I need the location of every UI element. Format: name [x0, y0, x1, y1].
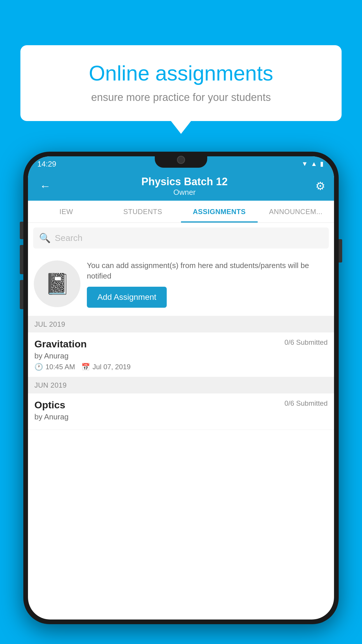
assignment-author-optics: by Anurag [34, 412, 328, 421]
status-icons: ▼ ▲ ▮ [301, 160, 324, 168]
assignment-date-gravitation: 📅 Jul 07, 2019 [81, 363, 131, 371]
volume-up-button [20, 245, 23, 274]
phone-screen: 14:29 ▼ ▲ ▮ ← Physics Batch 12 Owner ⚙ [28, 156, 334, 620]
top-bar-center: Physics Batch 12 Owner [141, 176, 228, 197]
tab-students[interactable]: STUDENTS [105, 201, 181, 223]
assignment-title-gravitation: Gravitation [34, 338, 87, 350]
speech-bubble-container: Online assignments ensure more practice … [20, 45, 342, 121]
power-button [339, 239, 342, 262]
assignment-title-optics: Optics [34, 399, 65, 411]
add-assignment-panel: 📓 You can add assignment(s) from here an… [28, 253, 334, 316]
tab-iew[interactable]: IEW [28, 201, 105, 223]
add-assignment-content: You can add assignment(s) from here and … [87, 260, 327, 308]
add-assignment-button[interactable]: Add Assignment [87, 287, 167, 308]
search-container: 🔍 Search [28, 223, 334, 253]
phone-mockup: 14:29 ▼ ▲ ▮ ← Physics Batch 12 Owner ⚙ [23, 152, 339, 644]
assignment-submitted-optics: 0/6 Submitted [284, 399, 328, 407]
assignment-submitted-gravitation: 0/6 Submitted [284, 338, 328, 346]
assignment-item-header: Gravitation 0/6 Submitted [34, 338, 328, 350]
phone-outer: 14:29 ▼ ▲ ▮ ← Physics Batch 12 Owner ⚙ [23, 152, 339, 624]
search-icon: 🔍 [39, 232, 51, 244]
search-input[interactable]: Search [55, 233, 82, 243]
tab-announcements[interactable]: ANNOUNCEM... [258, 201, 334, 223]
bubble-subtitle: ensure more practice for your students [38, 91, 324, 104]
status-time: 14:29 [37, 160, 56, 169]
section-header-jul: JUL 2019 [28, 316, 334, 332]
assignment-meta-gravitation: 🕐 10:45 AM 📅 Jul 07, 2019 [34, 363, 328, 371]
tab-assignments[interactable]: ASSIGNMENTS [181, 201, 258, 223]
assignment-item-gravitation[interactable]: Gravitation 0/6 Submitted by Anurag 🕐 10… [28, 332, 334, 377]
calendar-icon: 📅 [81, 363, 90, 371]
assignment-author-gravitation: by Anurag [34, 351, 328, 360]
notebook-icon: 📓 [45, 272, 70, 296]
back-button[interactable]: ← [37, 177, 54, 195]
assignment-icon-circle: 📓 [34, 260, 80, 307]
phone-notch [155, 152, 207, 168]
assignment-item-optics[interactable]: Optics 0/6 Submitted by Anurag [28, 393, 334, 430]
section-header-jun: JUN 2019 [28, 377, 334, 393]
owner-label: Owner [141, 188, 228, 197]
top-bar: ← Physics Batch 12 Owner ⚙ [28, 172, 334, 201]
volume-down-button [20, 280, 23, 309]
battery-icon: ▮ [320, 160, 324, 168]
batch-title: Physics Batch 12 [141, 176, 228, 188]
assignment-time-gravitation: 🕐 10:45 AM [34, 363, 75, 371]
search-bar[interactable]: 🔍 Search [33, 228, 329, 249]
clock-icon: 🕐 [34, 363, 43, 371]
mute-button [20, 222, 23, 239]
assignment-item-header-optics: Optics 0/6 Submitted [34, 399, 328, 411]
settings-button[interactable]: ⚙ [315, 180, 325, 192]
screen-content: 14:29 ▼ ▲ ▮ ← Physics Batch 12 Owner ⚙ [28, 156, 334, 620]
phone-camera [177, 156, 185, 164]
bubble-title: Online assignments [38, 61, 324, 85]
wifi-icon: ▼ [301, 160, 308, 168]
speech-bubble: Online assignments ensure more practice … [20, 45, 342, 121]
signal-icon: ▲ [311, 160, 317, 168]
add-assignment-description: You can add assignment(s) from here and … [87, 260, 327, 281]
tabs-bar: IEW STUDENTS ASSIGNMENTS ANNOUNCEM... [28, 201, 334, 223]
